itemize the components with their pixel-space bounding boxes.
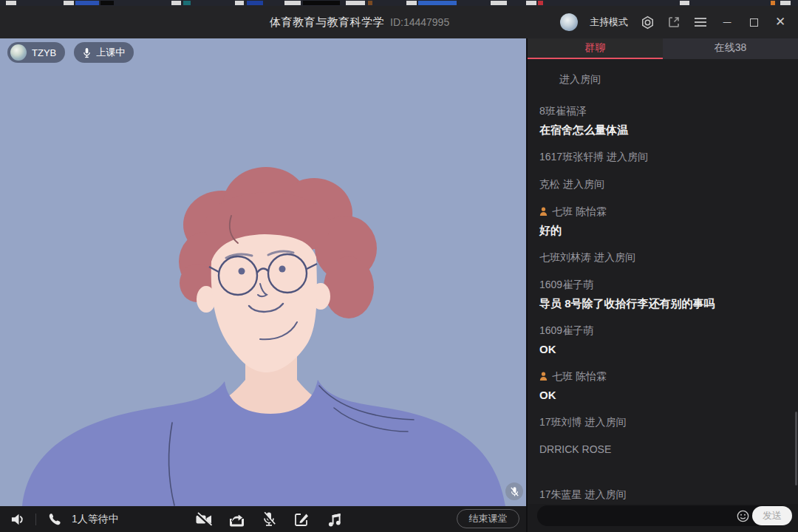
- chat-message: 七班 陈怡霖好的: [539, 205, 786, 237]
- class-status-badge: 上课中: [74, 42, 134, 63]
- chat-scrollbar[interactable]: [795, 412, 797, 485]
- video-area: TZYB 上课中: [0, 38, 526, 506]
- chat-message-text: OK: [539, 388, 786, 402]
- chat-message-sender: 1609崔子萌: [539, 278, 786, 292]
- tab-online[interactable]: 在线38: [663, 38, 798, 59]
- chat-message: 克松 进入房间: [539, 177, 786, 191]
- chat-message: 1617班张轩搏 进入房间: [539, 150, 786, 164]
- end-class-button[interactable]: 结束课堂: [457, 509, 519, 528]
- page-title: 体育教育与教育科学学: [270, 16, 384, 30]
- host-avatar[interactable]: [560, 13, 578, 31]
- presenter-illustration: [0, 38, 526, 506]
- emoji-icon[interactable]: [737, 510, 749, 522]
- toolbar-divider: [35, 514, 36, 525]
- chat-message: 1609崔子萌导员 8号除了收拾行李还有别的事吗: [539, 278, 786, 310]
- mic-icon: [83, 47, 91, 58]
- presenter-badge: TZYB: [7, 42, 65, 63]
- chat-message-text: 导员 8号除了收拾行李还有别的事吗: [539, 296, 786, 310]
- popout-icon[interactable]: [666, 15, 681, 30]
- chat-message: 1609崔子萌OK: [539, 324, 786, 356]
- camera-off-icon[interactable]: [195, 511, 213, 528]
- app-window: 体育教育与教育科学学 ID:14447995 主持模式: [0, 0, 798, 532]
- settings-icon[interactable]: [640, 15, 655, 30]
- status-label: 上课中: [96, 46, 125, 59]
- chat-message: 8班崔福泽在宿舍怎么量体温: [539, 104, 786, 137]
- toolbar: 1人等待中: [0, 506, 526, 532]
- edit-icon[interactable]: [293, 511, 310, 528]
- chat-message: 17朱蓝星 进入房间: [539, 488, 786, 502]
- chat-message: 17班刘博 进入房间: [539, 415, 786, 429]
- chat-tab-bar: 群聊 在线38: [528, 38, 798, 59]
- room-id: ID:14447995: [390, 16, 449, 28]
- chat-message-sender: 七班 陈怡霖: [539, 369, 786, 383]
- mic-off-icon[interactable]: [260, 511, 278, 528]
- chat-message: 进入房间: [539, 72, 786, 86]
- presenter-avatar: [10, 44, 27, 61]
- chat-panel: 群聊 在线38 进入房间8班崔福泽在宿舍怎么量体温1617班张轩搏 进入房间克松…: [526, 38, 798, 532]
- screen-share-icon[interactable]: [228, 511, 245, 528]
- minimize-button[interactable]: ─: [720, 15, 734, 30]
- menu-icon[interactable]: [693, 15, 708, 30]
- presenter-name: TZYB: [32, 47, 56, 58]
- chat-message-text: 在宿舍怎么量体温: [539, 123, 786, 137]
- chat-message-text: OK: [539, 342, 786, 356]
- chat-message-list[interactable]: 进入房间8班崔福泽在宿舍怎么量体温1617班张轩搏 进入房间克松 进入房间七班 …: [528, 59, 798, 504]
- chat-message: 七班刘林涛 进入房间: [539, 250, 786, 265]
- chat-message-text: 好的: [539, 223, 786, 237]
- chat-message-sender: 1609崔子萌: [539, 324, 786, 338]
- close-button[interactable]: ✕: [773, 15, 788, 30]
- host-mode-label: 主持模式: [590, 16, 628, 29]
- member-icon: [539, 207, 548, 216]
- title-bar: 体育教育与教育科学学 ID:14447995 主持模式: [0, 6, 798, 38]
- member-icon: [539, 372, 548, 381]
- chat-message: DRRICK ROSE: [539, 443, 786, 457]
- presenter-mic-muted-icon: [505, 482, 523, 500]
- waiting-label[interactable]: 1人等待中: [72, 513, 119, 526]
- music-icon[interactable]: [325, 511, 343, 528]
- desktop-remnant-strip: [0, 0, 798, 6]
- send-button[interactable]: 发送: [752, 506, 792, 525]
- phone-icon[interactable]: [45, 511, 63, 528]
- chat-message: 七班 陈怡霖OK: [539, 369, 786, 402]
- chat-message-sender: 七班 陈怡霖: [539, 205, 786, 219]
- chat-input-row: 发送: [528, 504, 798, 532]
- maximize-button[interactable]: [746, 15, 761, 30]
- chat-message-sender: 8班崔福泽: [539, 104, 786, 118]
- speaker-icon[interactable]: [9, 511, 27, 528]
- tab-groupchat[interactable]: 群聊: [528, 38, 663, 59]
